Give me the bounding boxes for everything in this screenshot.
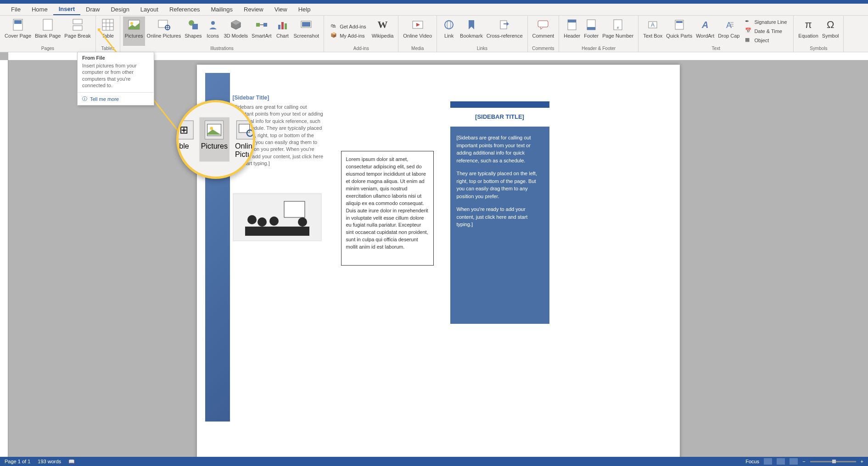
sidebar2-title: [SIDEBAR TITLE] [450, 113, 549, 120]
symbols-group-label: Symbols [796, 46, 840, 52]
svg-rect-54 [245, 227, 309, 236]
mag-online-fragment: Online Pictur [234, 117, 255, 162]
blank-page-button[interactable]: Blank Page [33, 17, 62, 46]
svg-point-53 [298, 217, 307, 227]
page-break-button[interactable]: Page Break [62, 17, 92, 46]
shapes-button[interactable]: Shapes [183, 17, 203, 46]
zoom-slider[interactable] [810, 461, 856, 462]
tab-view[interactable]: View [269, 4, 293, 15]
quick-parts-button[interactable]: Quick Parts [664, 17, 694, 46]
svg-point-29 [447, 21, 451, 29]
chart-button[interactable]: Chart [273, 17, 291, 46]
text-group-label: Text [641, 46, 790, 52]
help-icon: ⓘ [82, 95, 87, 102]
cross-reference-button[interactable]: Cross-reference [485, 17, 525, 46]
svg-point-18 [211, 21, 215, 25]
svg-rect-4 [73, 26, 82, 30]
status-bar: Page 1 of 1 193 words 📖 Focus − + [0, 457, 868, 466]
sidebar1-title: [Sidebar Title] [233, 94, 325, 101]
wikipedia-button[interactable]: WWikipedia [370, 17, 396, 46]
tab-home[interactable]: Home [26, 4, 53, 15]
drop-cap-button[interactable]: ADrop Cap [716, 17, 741, 46]
tell-me-more-link[interactable]: ⓘTell me more [78, 92, 154, 105]
inserted-image[interactable] [233, 193, 322, 241]
page[interactable]: [Sidebar Title] [Sidebars are great for … [197, 65, 680, 457]
focus-mode-button[interactable]: Focus [745, 459, 759, 464]
svg-rect-31 [538, 21, 548, 27]
tab-design[interactable]: Design [105, 4, 134, 15]
spellcheck-icon[interactable]: 📖 [68, 459, 75, 465]
object-button[interactable]: ▦Object [743, 36, 789, 45]
page-number-button[interactable]: #Page Number [600, 17, 635, 46]
svg-rect-20 [263, 23, 267, 27]
right-sidebar[interactable]: [SIDEBAR TITLE] [Sidebars are great for … [450, 101, 549, 324]
get-addins-button[interactable]: 🛍Get Add-ins [329, 22, 368, 31]
header-button[interactable]: Header [562, 17, 582, 46]
zoom-in-button[interactable]: + [861, 459, 863, 464]
sidebar2-body[interactable]: [Sidebars are great for calling out impo… [450, 127, 549, 324]
symbol-button[interactable]: ΩSymbol [820, 17, 841, 46]
svg-rect-30 [500, 21, 507, 29]
bookmark-button[interactable]: Bookmark [458, 17, 485, 46]
svg-point-11 [130, 22, 133, 25]
tooltip-body: Insert pictures from your computer or fr… [78, 61, 154, 92]
tab-references[interactable]: References [164, 4, 205, 15]
svg-rect-35 [587, 27, 595, 30]
3d-models-button[interactable]: 3D Models [222, 17, 250, 46]
web-layout-button[interactable] [790, 458, 798, 465]
wordart-button[interactable]: AWordArt [694, 17, 716, 46]
pages-group-label: Pages [3, 46, 93, 52]
svg-rect-1 [14, 20, 22, 24]
read-mode-button[interactable] [764, 458, 772, 465]
illustrations-group-label: Illustrations [123, 46, 321, 52]
svg-rect-5 [102, 19, 113, 30]
svg-text:#: # [617, 26, 619, 30]
sidebar2-p2: They are typically placed on the left, r… [457, 170, 543, 200]
word-count[interactable]: 193 words [38, 459, 61, 465]
tab-layout[interactable]: Layout [135, 4, 164, 15]
text-box-button[interactable]: AText Box [641, 17, 664, 46]
tab-file[interactable]: File [6, 4, 26, 15]
tab-draw[interactable]: Draw [80, 4, 105, 15]
lorem-textbox[interactable]: Lorem ipsum dolor sit amet, consectetur … [341, 151, 434, 266]
svg-rect-41 [676, 21, 683, 23]
tab-help[interactable]: Help [293, 4, 316, 15]
tab-mailings[interactable]: Mailings [205, 4, 238, 15]
signature-line-button[interactable]: ✒Signature Line [743, 17, 789, 27]
media-group-label: Media [401, 46, 434, 52]
svg-rect-22 [278, 25, 280, 29]
pictures-tooltip: From File Insert pictures from your comp… [77, 52, 154, 105]
zoom-out-button[interactable]: − [802, 459, 805, 464]
document-area[interactable]: [Sidebar Title] [Sidebars are great for … [8, 60, 868, 457]
svg-rect-33 [568, 20, 576, 22]
link-button[interactable]: Link [440, 17, 458, 46]
vertical-ruler[interactable] [0, 60, 8, 457]
page-indicator[interactable]: Page 1 of 1 [5, 459, 30, 465]
svg-point-52 [269, 216, 279, 226]
my-addins-button[interactable]: 📦My Add-ins [329, 31, 368, 40]
svg-rect-26 [302, 22, 310, 27]
svg-point-50 [247, 215, 257, 224]
table-button[interactable]: Table [99, 17, 117, 46]
tab-insert[interactable]: Insert [53, 4, 80, 15]
screenshot-button[interactable]: Screenshot [291, 17, 321, 46]
pictures-button[interactable]: Pictures [123, 17, 145, 46]
svg-rect-49 [284, 201, 305, 217]
cover-page-button[interactable]: Cover Page [3, 17, 33, 46]
date-time-button[interactable]: 📅Date & Time [743, 27, 789, 36]
svg-point-28 [445, 21, 453, 29]
tab-review[interactable]: Review [238, 4, 269, 15]
online-pictures-button[interactable]: Online Pictures [145, 17, 183, 46]
mag-pictures-button: Pictures [199, 117, 229, 162]
comment-insert-button[interactable]: Comment [531, 17, 556, 46]
equation-button[interactable]: πEquation [796, 17, 820, 46]
sidebar2-p3: When you're ready to add your content, j… [457, 205, 543, 228]
icons-button[interactable]: Icons [204, 17, 222, 46]
smartart-button[interactable]: SmartArt [250, 17, 273, 46]
footer-button[interactable]: Footer [582, 17, 600, 46]
print-layout-button[interactable] [777, 458, 785, 465]
mag-table-fragment: ⊞ble [176, 117, 195, 162]
tooltip-title: From File [78, 52, 154, 61]
svg-rect-17 [192, 24, 198, 29]
online-video-button[interactable]: Online Video [401, 17, 434, 46]
